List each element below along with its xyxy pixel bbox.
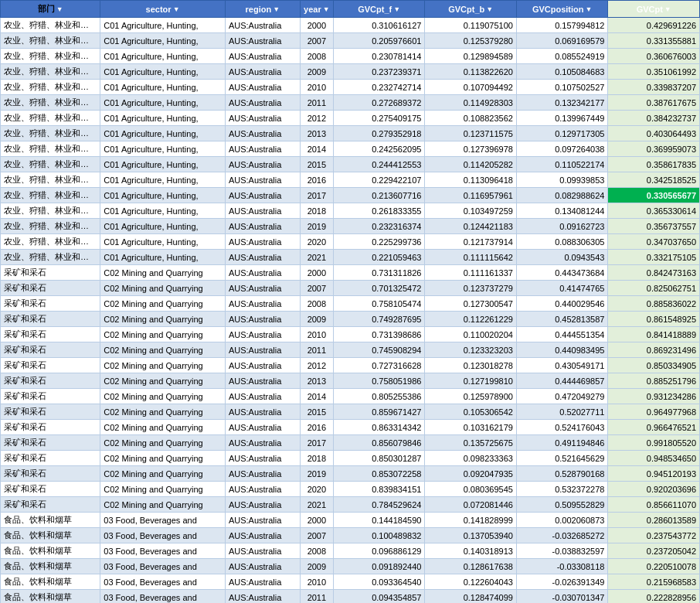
cell-sector: C01 Agriculture, Hunting,: [100, 203, 226, 219]
cell-gvcpt-f: 0.244412553: [333, 157, 425, 172]
cell-bumen: 采矿和采石: [1, 404, 100, 420]
table-row: 农业、狩猎、林业和渔业C01 Agriculture, Hunting,AUS:…: [1, 33, 700, 49]
sort-arrow-year[interactable]: ▼: [323, 5, 330, 13]
cell-gvcpt-b: 0.114928303: [425, 95, 517, 111]
data-table-container[interactable]: 部门 ▼ sector ▼ region ▼: [0, 0, 700, 603]
cell-bumen: 采矿和采石: [1, 420, 100, 435]
cell-gvcpt-b: 0.113822620: [425, 64, 517, 80]
cell-sector: C01 Agriculture, Hunting,: [100, 250, 226, 265]
cell-region: AUS:Australia: [225, 172, 300, 188]
cell-gvcpt-b: 0.128474099: [425, 590, 517, 604]
cell-gvcpt-b: 0.129894589: [425, 49, 517, 64]
col-header-gvcpt[interactable]: GVCpt ▼: [608, 1, 700, 18]
cell-gvcpt: 0.384232737: [608, 111, 700, 126]
cell-region: AUS:Australia: [225, 373, 300, 389]
table-row: 采矿和采石C02 Mining and QuarryingAUS:Austral…: [1, 404, 700, 420]
cell-gvcpt: 0.220510078: [608, 559, 700, 574]
cell-year: 2011: [300, 342, 333, 358]
cell-region: AUS:Australia: [225, 203, 300, 219]
cell-gvcposition: 0.41474765: [516, 281, 608, 296]
cell-sector: C01 Agriculture, Hunting,: [100, 141, 226, 157]
table-row: 农业、狩猎、林业和渔业C01 Agriculture, Hunting,AUS:…: [1, 95, 700, 111]
col-header-gvcpt-b[interactable]: GVCpt_b ▼: [425, 1, 517, 18]
cell-gvcpt-b: 0.123737279: [425, 281, 517, 296]
cell-gvcpt: 0.351061992: [608, 64, 700, 80]
cell-year: 2013: [300, 373, 333, 389]
data-table: 部门 ▼ sector ▼ region ▼: [0, 0, 700, 603]
cell-gvcposition: 0.0943543: [516, 250, 608, 265]
sort-arrow-gvcpt[interactable]: ▼: [664, 5, 671, 13]
cell-gvcpt-f: 0.727316628: [333, 358, 425, 373]
sort-arrow-gvcposition[interactable]: ▼: [586, 5, 593, 13]
header-row: 部门 ▼ sector ▼ region ▼: [1, 1, 700, 18]
sort-arrow-bumen[interactable]: ▼: [56, 5, 63, 13]
sort-arrow-gvcpt-f[interactable]: ▼: [393, 5, 400, 13]
cell-gvcposition: 0.444469857: [516, 373, 608, 389]
cell-year: 2016: [300, 172, 333, 188]
cell-gvcpt-f: 0.859671427: [333, 404, 425, 420]
cell-region: AUS:Australia: [225, 64, 300, 80]
cell-gvcpt-f: 0.745908294: [333, 342, 425, 358]
cell-year: 2000: [300, 265, 333, 281]
col-header-year[interactable]: year ▼: [300, 1, 333, 18]
cell-gvcpt-f: 0.229422107: [333, 172, 425, 188]
table-row: 采矿和采石C02 Mining and QuarryingAUS:Austral…: [1, 327, 700, 342]
cell-gvcposition: 0.107502527: [516, 80, 608, 95]
cell-region: AUS:Australia: [225, 466, 300, 482]
cell-region: AUS:Australia: [225, 528, 300, 543]
cell-bumen: 农业、狩猎、林业和渔业: [1, 18, 100, 33]
cell-year: 2014: [300, 141, 333, 157]
cell-gvcpt: 0.856611070: [608, 497, 700, 513]
cell-sector: C02 Mining and Quarrying: [100, 312, 226, 327]
cell-gvcpt-b: 0.124421183: [425, 219, 517, 234]
cell-gvcpt-b: 0.080369545: [425, 482, 517, 497]
cell-gvcpt: 0.841418889: [608, 327, 700, 342]
cell-sector: 03 Food, Beverages and: [100, 559, 226, 574]
col-header-gvcpt-f[interactable]: GVCpt_f ▼: [333, 1, 425, 18]
cell-gvcpt-f: 0.758105474: [333, 296, 425, 312]
cell-gvcpt-f: 0.232316374: [333, 219, 425, 234]
cell-gvcpt-b: 0.125978900: [425, 389, 517, 404]
cell-year: 2010: [300, 80, 333, 95]
col-header-gvcposition[interactable]: GVCposition ▼: [516, 1, 608, 18]
cell-gvcpt: 0.964977968: [608, 404, 700, 420]
table-row: 采矿和采石C02 Mining and QuarryingAUS:Austral…: [1, 497, 700, 513]
cell-gvcpt-f: 0.221059463: [333, 250, 425, 265]
cell-region: AUS:Australia: [225, 327, 300, 342]
cell-sector: C02 Mining and Quarrying: [100, 451, 226, 466]
sort-arrow-gvcpt-b[interactable]: ▼: [486, 5, 493, 13]
cell-gvcposition: 0.509552829: [516, 497, 608, 513]
cell-gvcpt-b: 0.140318913: [425, 543, 517, 559]
cell-gvcpt-b: 0.110020204: [425, 327, 517, 342]
table-row: 农业、狩猎、林业和渔业C01 Agriculture, Hunting,AUS:…: [1, 18, 700, 33]
cell-gvcpt-f: 0.261833355: [333, 203, 425, 219]
col-header-sector[interactable]: sector ▼: [100, 1, 226, 18]
table-row: 采矿和采石C02 Mining and QuarryingAUS:Austral…: [1, 373, 700, 389]
cell-gvcposition: -0.038832597: [516, 543, 608, 559]
cell-region: AUS:Australia: [225, 389, 300, 404]
cell-region: AUS:Australia: [225, 574, 300, 590]
cell-gvcpt-f: 0.701325472: [333, 281, 425, 296]
cell-gvcpt-b: 0.105306542: [425, 404, 517, 420]
cell-bumen: 农业、狩猎、林业和渔业: [1, 49, 100, 64]
cell-bumen: 食品、饮料和烟草: [1, 543, 100, 559]
cell-bumen: 食品、饮料和烟草: [1, 559, 100, 574]
cell-gvcposition: 0.09162723: [516, 219, 608, 234]
cell-gvcposition: -0.032685272: [516, 528, 608, 543]
cell-year: 2009: [300, 64, 333, 80]
col-header-region[interactable]: region ▼: [225, 1, 300, 18]
cell-bumen: 食品、饮料和烟草: [1, 528, 100, 543]
sort-arrow-region[interactable]: ▼: [273, 5, 280, 13]
cell-year: 2012: [300, 358, 333, 373]
cell-gvcpt: 0.842473163: [608, 265, 700, 281]
cell-sector: C01 Agriculture, Hunting,: [100, 33, 226, 49]
cell-gvcposition: 0.52027711: [516, 404, 608, 420]
sort-arrow-sector[interactable]: ▼: [173, 5, 180, 13]
cell-bumen: 农业、狩猎、林业和渔业: [1, 80, 100, 95]
cell-year: 2008: [300, 543, 333, 559]
cell-year: 2012: [300, 111, 333, 126]
cell-region: AUS:Australia: [225, 95, 300, 111]
cell-gvcpt-f: 0.100489832: [333, 528, 425, 543]
col-header-bumen[interactable]: 部门 ▼: [1, 1, 100, 18]
cell-year: 2011: [300, 590, 333, 604]
